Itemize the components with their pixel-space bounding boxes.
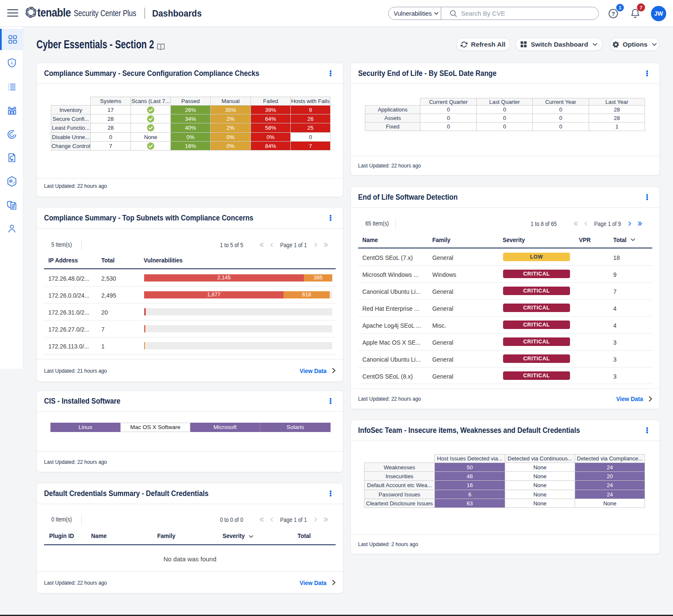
svg-text:?: ? [612,11,615,17]
